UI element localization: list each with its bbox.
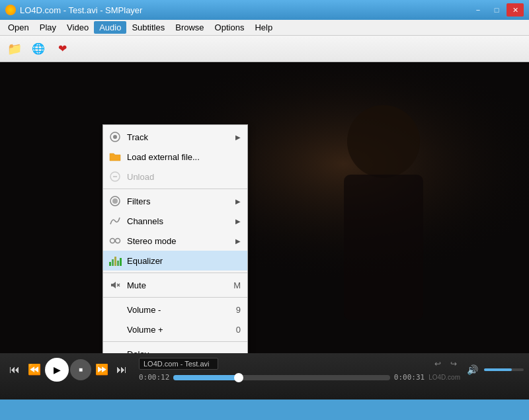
mute-label: Mute bbox=[127, 280, 146, 290]
playback-controls: ⏮ ⏪ ▶ ■ ⏩ ⏭ bbox=[5, 358, 131, 382]
menu-help[interactable]: Help bbox=[249, 21, 278, 34]
delay-down-item[interactable]: Delay - - bbox=[103, 344, 247, 353]
separator-4 bbox=[103, 341, 247, 342]
eq-bar-5 bbox=[120, 258, 122, 266]
media-title-display: LO4D.com - Test.avi bbox=[139, 358, 218, 370]
stereo-arrow: ▶ bbox=[235, 237, 241, 245]
track-arrow: ▶ bbox=[235, 134, 241, 141]
svg-point-10 bbox=[110, 239, 115, 243]
filters-arrow: ▶ bbox=[235, 198, 241, 205]
track-label: Track bbox=[127, 132, 148, 142]
toolbar: 📁 🌐 ❤ bbox=[0, 36, 529, 62]
favorites-button[interactable]: ❤ bbox=[52, 39, 73, 59]
volume-down-spacer bbox=[108, 303, 122, 316]
track-item[interactable]: Track ▶ bbox=[103, 127, 247, 147]
unload-label: Unload bbox=[127, 172, 154, 182]
close-button[interactable]: ✕ bbox=[507, 3, 524, 17]
equalizer-label: Equalizer bbox=[127, 256, 163, 266]
channels-icon bbox=[108, 214, 122, 228]
audio-track-icon bbox=[108, 130, 122, 144]
equalizer-item[interactable]: Equalizer bbox=[103, 251, 247, 271]
smplayer-icon bbox=[5, 5, 16, 15]
eq-bar-4 bbox=[117, 261, 119, 266]
menu-options[interactable]: Options bbox=[210, 21, 250, 34]
menu-browse[interactable]: Browse bbox=[170, 21, 209, 34]
skip-forward-button[interactable]: ⏭ bbox=[112, 360, 131, 379]
next-chapter-button[interactable]: ↪ bbox=[447, 357, 460, 370]
video-area: Track ▶ Load external file... Unload bbox=[0, 62, 529, 353]
current-time: 0:00:12 bbox=[139, 373, 169, 382]
eq-bar-2 bbox=[112, 259, 114, 266]
menu-audio[interactable]: Audio bbox=[94, 21, 126, 34]
filters-label: Filters bbox=[127, 196, 150, 206]
volume-controls: 🔊 bbox=[463, 360, 524, 379]
load-external-label: Load external file... bbox=[127, 152, 200, 162]
channels-label: Channels bbox=[127, 216, 163, 226]
open-folder-icon: 📁 bbox=[7, 42, 22, 56]
menu-subtitles[interactable]: Subtitles bbox=[126, 21, 170, 34]
mute-icon bbox=[108, 278, 122, 292]
separator-3 bbox=[103, 297, 247, 298]
menu-bar: Open Play Video Audio Subtitles Browse O… bbox=[0, 20, 529, 36]
delay-down-shortcut: - bbox=[238, 349, 241, 354]
title-bar: LO4D.com - Test.avi - SMPlayer − □ ✕ bbox=[0, 0, 529, 20]
prev-chapter-button[interactable]: ↩ bbox=[431, 357, 444, 370]
minimize-button[interactable]: − bbox=[469, 3, 487, 17]
filters-item[interactable]: Filters ▶ bbox=[103, 191, 247, 211]
open-url-button[interactable]: 🌐 bbox=[28, 39, 49, 59]
stereo-mode-item[interactable]: Stereo mode ▶ bbox=[103, 231, 247, 251]
delay-down-label: Delay - bbox=[127, 349, 154, 354]
svg-rect-3 bbox=[344, 175, 423, 320]
window-title: LO4D.com - Test.avi - SMPlayer bbox=[20, 5, 142, 15]
separator-2 bbox=[103, 273, 247, 273]
unload-item: Unload bbox=[103, 167, 247, 187]
svg-point-11 bbox=[116, 239, 120, 243]
eq-bar-1 bbox=[109, 262, 111, 266]
volume-icon-button[interactable]: 🔊 bbox=[463, 360, 481, 379]
title-bar-controls: − □ ✕ bbox=[469, 3, 524, 17]
bottom-controls: ⏮ ⏪ ▶ ■ ⏩ ⏭ LO4D.com - Test.avi ↩ ↪ 0:00… bbox=[0, 353, 529, 399]
progress-bar[interactable] bbox=[173, 375, 389, 380]
volume-down-label: Volume - bbox=[127, 305, 161, 315]
skip-back-button[interactable]: ⏮ bbox=[5, 360, 24, 379]
unload-icon bbox=[108, 170, 122, 183]
volume-down-shortcut: 9 bbox=[236, 305, 241, 315]
maximize-button[interactable]: □ bbox=[488, 3, 505, 17]
total-time: 0:00:31 bbox=[394, 373, 425, 382]
stereo-mode-label: Stereo mode bbox=[127, 236, 176, 246]
menu-open[interactable]: Open bbox=[3, 21, 34, 34]
globe-icon: 🌐 bbox=[32, 42, 45, 55]
volume-fill bbox=[484, 368, 512, 371]
volume-up-spacer bbox=[108, 323, 122, 336]
volume-down-item[interactable]: Volume - 9 bbox=[103, 300, 247, 319]
volume-up-shortcut: 0 bbox=[236, 325, 241, 335]
svg-point-2 bbox=[347, 105, 420, 178]
channels-item[interactable]: Channels ▶ bbox=[103, 211, 247, 231]
folder-open-icon bbox=[108, 150, 122, 163]
progress-fill bbox=[173, 375, 238, 380]
stop-button[interactable]: ■ bbox=[70, 359, 91, 380]
menu-play[interactable]: Play bbox=[34, 21, 61, 34]
delay-down-spacer bbox=[108, 347, 122, 353]
load-external-item[interactable]: Load external file... bbox=[103, 147, 247, 167]
channels-arrow: ▶ bbox=[235, 218, 241, 225]
volume-up-item[interactable]: Volume + 0 bbox=[103, 319, 247, 339]
mute-item[interactable]: Mute M bbox=[103, 275, 247, 295]
heart-icon: ❤ bbox=[58, 42, 67, 55]
rewind-button[interactable]: ⏪ bbox=[25, 360, 44, 379]
filters-icon bbox=[108, 194, 122, 208]
play-pause-button[interactable]: ▶ bbox=[45, 358, 69, 382]
separator-1 bbox=[103, 189, 247, 189]
volume-bar[interactable] bbox=[484, 368, 524, 371]
open-folder-button[interactable]: 📁 bbox=[4, 39, 25, 59]
svg-point-9 bbox=[112, 198, 118, 204]
progress-thumb[interactable] bbox=[234, 373, 243, 382]
watermark-text: LO4D.com bbox=[428, 374, 460, 381]
fast-forward-button[interactable]: ⏩ bbox=[93, 360, 111, 379]
film-scene bbox=[0, 62, 529, 353]
menu-video[interactable]: Video bbox=[61, 21, 94, 34]
svg-rect-1 bbox=[0, 62, 529, 353]
volume-up-label: Volume + bbox=[127, 325, 163, 335]
svg-point-5 bbox=[113, 135, 117, 139]
stereo-icon bbox=[108, 234, 122, 247]
